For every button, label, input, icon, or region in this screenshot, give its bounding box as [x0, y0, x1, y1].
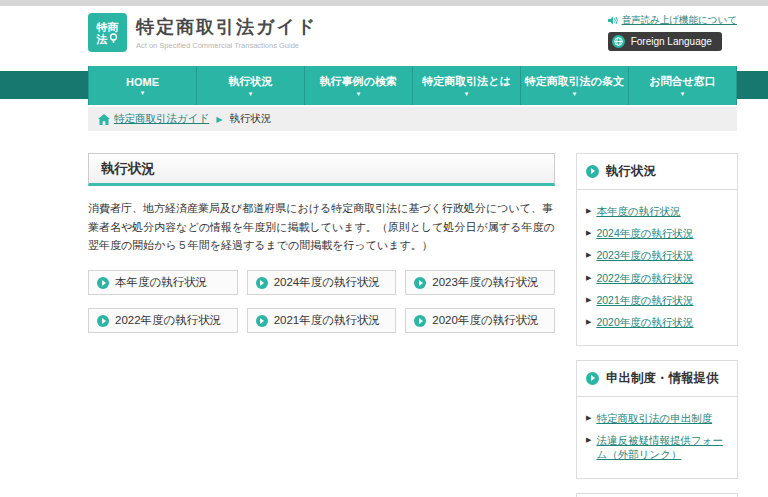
nav-item-about-act[interactable]: 特定商取引法とは ▼: [413, 66, 521, 105]
play-circle-icon: [97, 315, 109, 327]
breadcrumb-current: 執行状況: [229, 112, 271, 126]
breadcrumb: 特定商取引法ガイド ▶ 執行状況: [88, 107, 737, 131]
nav-item-enforcement-status[interactable]: 執行状況 ▼: [197, 66, 305, 105]
home-icon: [98, 114, 110, 125]
play-circle-icon: [586, 165, 599, 178]
sidebar-link-2021[interactable]: 2021年度の執行状況: [596, 293, 693, 307]
triangle-bullet-icon: ▶: [586, 295, 591, 307]
triangle-bullet-icon: ▶: [586, 228, 591, 240]
triangle-bullet-icon: ▶: [586, 250, 591, 262]
chevron-down-icon: ▼: [464, 91, 470, 97]
sidebar: 執行状況 ▶ 本年度の執行状況 ▶ 2024年度の執行状況 ▶ 2023年度の執…: [576, 153, 738, 497]
button-current-year-status[interactable]: 本年度の執行状況: [88, 270, 238, 295]
site-title: 特定商取引法ガイド: [136, 15, 317, 39]
logo-badge-row1: 特商: [97, 21, 119, 33]
list-item: ▶ 2022年度の執行状況: [586, 271, 728, 285]
sidebar-link-current-year[interactable]: 本年度の執行状況: [596, 204, 680, 218]
speaker-icon: [608, 16, 619, 25]
button-2022-status[interactable]: 2022年度の執行状況: [88, 308, 238, 333]
play-circle-icon: [256, 277, 268, 289]
breadcrumb-separator-icon: ▶: [216, 115, 222, 124]
nav-item-act-text[interactable]: 特定商取引法の条文 ▼: [521, 66, 629, 105]
sidebar-box-title: 執行状況: [577, 154, 737, 190]
play-circle-icon: [586, 372, 599, 385]
nav-item-contact[interactable]: お問合せ窓口 ▼: [629, 66, 737, 105]
breadcrumb-home-link[interactable]: 特定商取引法ガイド: [98, 112, 209, 126]
button-2020-status[interactable]: 2020年度の執行状況: [405, 308, 555, 333]
button-2023-status[interactable]: 2023年度の執行状況: [405, 270, 555, 295]
sidebar-link-violation-form[interactable]: 法違反被疑情報提供フォーム（外部リンク）: [596, 433, 728, 461]
main-nav: HOME ▼ 執行状況 ▼ 執行事例の検索 ▼ 特定商取引法とは ▼ 特定商取引…: [0, 66, 768, 105]
sidebar-box-title: 申出制度・情報提供: [577, 361, 737, 397]
site-logo[interactable]: 特商 法 特定商取引法ガイド Act on Specified Commerci…: [88, 13, 317, 52]
year-button-grid: 本年度の執行状況 2024年度の執行状況 2023年度の執行状況 2022年度の…: [88, 270, 555, 333]
sidebar-box-law-revision: 法改正 ▶ 令和3年改正 ▶ 令和2年改正 ▶ 平成28年改正 ▶ 平成24年改…: [576, 493, 738, 497]
foreign-language-button[interactable]: Foreign Language: [608, 32, 722, 51]
sidebar-link-2024[interactable]: 2024年度の執行状況: [596, 226, 693, 240]
logo-badge: 特商 法: [88, 13, 127, 52]
main-content: 執行状況 消費者庁、地方経済産業局及び都道府県における特定商取引法に基づく行政処…: [88, 153, 555, 497]
list-item: ▶ 特定商取引法の申出制度: [586, 411, 728, 425]
list-item: ▶ 2023年度の執行状況: [586, 248, 728, 262]
triangle-bullet-icon: ▶: [586, 413, 591, 425]
site-subtitle: Act on Specified Commercial Transactions…: [136, 41, 317, 50]
list-item: ▶ 法違反被疑情報提供フォーム（外部リンク）: [586, 433, 728, 461]
triangle-bullet-icon: ▶: [586, 435, 591, 461]
chevron-down-icon: ▼: [572, 91, 578, 97]
chevron-down-icon: ▼: [248, 91, 254, 97]
logo-badge-row2: 法: [97, 33, 108, 45]
globe-icon: [612, 35, 625, 48]
triangle-bullet-icon: ▶: [586, 206, 591, 218]
site-header: 特商 法 特定商取引法ガイド Act on Specified Commerci…: [0, 6, 768, 66]
play-circle-icon: [256, 315, 268, 327]
play-circle-icon: [97, 277, 109, 289]
intro-text: 消費者庁、地方経済産業局及び都道府県における特定商取引法に基づく行政処分について…: [88, 199, 555, 255]
sidebar-box-enforcement-status: 執行状況 ▶ 本年度の執行状況 ▶ 2024年度の執行状況 ▶ 2023年度の執…: [576, 153, 738, 346]
play-circle-icon: [414, 277, 426, 289]
chevron-down-icon: ▼: [140, 90, 146, 96]
list-item: ▶ 2024年度の執行状況: [586, 226, 728, 240]
nav-item-home[interactable]: HOME ▼: [88, 66, 197, 105]
triangle-bullet-icon: ▶: [586, 273, 591, 285]
chevron-down-icon: ▼: [356, 91, 362, 97]
list-item: ▶ 2021年度の執行状況: [586, 293, 728, 307]
button-2024-status[interactable]: 2024年度の執行状況: [247, 270, 397, 295]
sidebar-link-2023[interactable]: 2023年度の執行状況: [596, 248, 693, 262]
magnifier-icon: [109, 33, 119, 44]
sidebar-box-report-system: 申出制度・情報提供 ▶ 特定商取引法の申出制度 ▶ 法違反被疑情報提供フォーム（…: [576, 360, 738, 479]
list-item: ▶ 本年度の執行状況: [586, 204, 728, 218]
page-title: 執行状況: [88, 153, 555, 186]
sidebar-link-report-system[interactable]: 特定商取引法の申出制度: [596, 411, 712, 425]
nav-item-case-search[interactable]: 執行事例の検索 ▼: [305, 66, 413, 105]
sidebar-link-2022[interactable]: 2022年度の執行状況: [596, 271, 693, 285]
tts-link[interactable]: 音声読み上げ機能について: [608, 14, 737, 27]
sidebar-link-2020[interactable]: 2020年度の執行状況: [596, 315, 693, 329]
button-2021-status[interactable]: 2021年度の執行状況: [247, 308, 397, 333]
play-circle-icon: [414, 315, 426, 327]
sidebar-box-title: 法改正: [577, 494, 737, 497]
chevron-down-icon: ▼: [680, 91, 686, 97]
triangle-bullet-icon: ▶: [586, 317, 591, 329]
list-item: ▶ 2020年度の執行状況: [586, 315, 728, 329]
